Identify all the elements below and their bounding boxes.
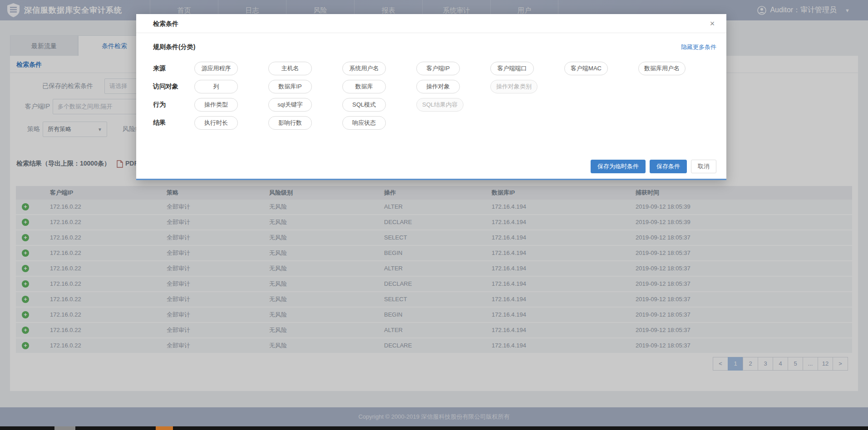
hide-more-conditions-link[interactable]: 隐藏更多条件 (681, 43, 716, 51)
pill-slot: 主机名 (268, 62, 342, 75)
condition-pill[interactable]: 客户端IP (416, 62, 460, 75)
pill-slot: 客户端MAC (564, 62, 638, 75)
condition-group-2: 访问对象列数据库IP数据库操作对象操作对象类别 (153, 78, 716, 96)
pill-slot: 影响行数 (268, 116, 342, 130)
save-condition-button[interactable]: 保存条件 (650, 160, 687, 173)
condition-pill[interactable]: 客户端端口 (490, 62, 534, 75)
pill-slot: SQL模式 (342, 98, 416, 112)
pill-slot: 列 (194, 80, 268, 93)
condition-group-label: 访问对象 (153, 83, 194, 91)
dialog-title: 检索条件 (153, 20, 178, 27)
condition-pill[interactable]: 操作对象类别 (490, 80, 538, 93)
search-condition-dialog: 检索条件 × 规则条件(分类) 隐藏更多条件 来源源应用程序主机名系统用户名客户… (136, 14, 726, 180)
pill-slot: 客户端端口 (490, 62, 564, 75)
condition-pill[interactable]: 操作类型 (194, 98, 238, 112)
pill-slot: 数据库用户名 (638, 62, 712, 75)
pill-slot: 系统用户名 (342, 62, 416, 75)
taskbar-strip (0, 426, 868, 430)
condition-pill[interactable]: 数据库 (342, 80, 386, 93)
condition-group-label: 来源 (153, 64, 194, 73)
pill-slot: 数据库 (342, 80, 416, 93)
condition-pill[interactable]: SQL模式 (342, 98, 386, 112)
condition-pill[interactable]: 执行时长 (194, 116, 238, 130)
pill-slot: SQL结果内容 (416, 98, 490, 112)
pill-slot: 操作对象 (416, 80, 490, 93)
pill-slot: sql关键字 (268, 98, 342, 112)
condition-pill[interactable]: 响应状态 (342, 116, 386, 130)
condition-pill[interactable]: 系统用户名 (342, 62, 386, 75)
condition-pill[interactable]: 源应用程序 (194, 62, 238, 75)
condition-group-4: 结果执行时长影响行数响应状态 (153, 114, 716, 132)
save-temp-condition-button[interactable]: 保存为临时条件 (591, 160, 646, 173)
pill-slot: 客户端IP (416, 62, 490, 75)
condition-group-label: 结果 (153, 119, 194, 127)
condition-pill[interactable]: 操作对象 (416, 80, 460, 93)
condition-groups: 来源源应用程序主机名系统用户名客户端IP客户端端口客户端MAC数据库用户名访问对… (153, 59, 716, 132)
close-icon[interactable]: × (706, 14, 718, 33)
condition-group-label: 行为 (153, 101, 194, 109)
pill-slot: 执行时长 (194, 116, 268, 130)
condition-pill[interactable]: 客户端MAC (564, 62, 608, 75)
condition-group-3: 行为操作类型sql关键字SQL模式SQL结果内容 (153, 96, 716, 114)
condition-pill[interactable]: 列 (194, 80, 238, 93)
condition-pill[interactable]: sql关键字 (268, 98, 312, 112)
pill-slot: 操作对象类别 (490, 80, 564, 93)
pill-slot: 响应状态 (342, 116, 416, 130)
taskbar-item (156, 426, 173, 430)
rule-section-title: 规则条件(分类) (153, 43, 195, 51)
condition-pill[interactable]: 主机名 (268, 62, 312, 75)
condition-pill[interactable]: 数据库IP (268, 80, 312, 93)
taskbar-item (54, 426, 75, 430)
pill-slot: 数据库IP (268, 80, 342, 93)
condition-pill[interactable]: 影响行数 (268, 116, 312, 130)
condition-pill[interactable]: SQL结果内容 (416, 98, 464, 112)
condition-pill[interactable]: 数据库用户名 (638, 62, 686, 75)
cancel-button[interactable]: 取消 (691, 160, 716, 173)
pill-slot: 操作类型 (194, 98, 268, 112)
condition-group-1: 来源源应用程序主机名系统用户名客户端IP客户端端口客户端MAC数据库用户名 (153, 59, 716, 78)
pill-slot: 源应用程序 (194, 62, 268, 75)
